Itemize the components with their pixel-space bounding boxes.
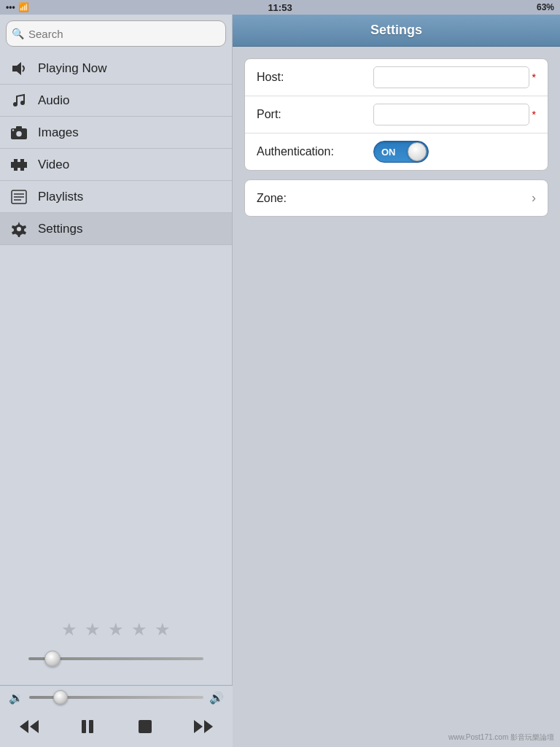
settings-title: Settings bbox=[370, 23, 422, 38]
port-input[interactable] bbox=[373, 104, 529, 125]
star-3[interactable]: ★ bbox=[108, 619, 124, 640]
volume-high-icon: 🔊 bbox=[209, 691, 224, 705]
forward-button[interactable] bbox=[187, 713, 219, 740]
settings-content: Host: * Port: * Authentication: ON bbox=[233, 47, 560, 747]
signal-icon: ••• bbox=[6, 2, 15, 12]
sidebar-item-images[interactable]: Images bbox=[0, 117, 232, 149]
zone-chevron-icon: › bbox=[532, 190, 536, 206]
search-input[interactable] bbox=[6, 20, 226, 47]
stop-button[interactable] bbox=[129, 713, 161, 740]
nav-label-playing-now: Playing Now bbox=[38, 61, 107, 76]
svg-point-19 bbox=[17, 227, 21, 231]
app-container: Playing Now Audio bbox=[0, 15, 560, 747]
star-5[interactable]: ★ bbox=[155, 619, 171, 640]
progress-row: 🔉 🔊 bbox=[0, 686, 233, 709]
toggle-on-label: ON bbox=[381, 147, 396, 158]
sidebar-item-playlists[interactable]: Playlists bbox=[0, 181, 232, 213]
svg-rect-13 bbox=[18, 168, 20, 171]
settings-group-zone: Zone: › bbox=[244, 179, 548, 217]
music-icon bbox=[9, 90, 29, 111]
svg-point-2 bbox=[20, 101, 25, 105]
svg-point-1 bbox=[13, 102, 18, 107]
sidebar-item-playing-now[interactable]: Playing Now bbox=[0, 53, 232, 85]
list-icon bbox=[9, 187, 29, 207]
host-required: * bbox=[532, 71, 536, 83]
settings-group-connection: Host: * Port: * Authentication: ON bbox=[244, 58, 548, 171]
nav-label-playlists: Playlists bbox=[38, 190, 83, 204]
settings-auth-row: Authentication: ON bbox=[245, 133, 548, 170]
nav-label-audio: Audio bbox=[38, 93, 69, 108]
nav-label-video: Video bbox=[38, 158, 69, 172]
svg-rect-22 bbox=[82, 720, 86, 733]
status-left: ••• 📶 bbox=[6, 2, 29, 12]
zone-row[interactable]: Zone: › bbox=[245, 180, 548, 216]
auth-label: Authentication: bbox=[257, 145, 373, 158]
sidebar-item-audio[interactable]: Audio bbox=[0, 85, 232, 117]
transport-area: 🔉 🔊 bbox=[0, 685, 233, 747]
settings-port-row: Port: * bbox=[245, 96, 548, 133]
svg-rect-8 bbox=[11, 159, 14, 162]
sidebar-item-settings[interactable]: Settings bbox=[0, 213, 232, 245]
host-label: Host: bbox=[257, 71, 373, 84]
status-bar: ••• 📶 11:53 63% bbox=[0, 0, 560, 15]
speaker-icon bbox=[9, 58, 29, 79]
film-icon bbox=[9, 155, 29, 175]
nav-label-images: Images bbox=[38, 125, 79, 140]
svg-rect-23 bbox=[89, 720, 93, 733]
svg-marker-0 bbox=[12, 62, 21, 75]
gear-icon bbox=[9, 219, 29, 239]
search-bar-container bbox=[0, 15, 232, 53]
transport-buttons bbox=[0, 709, 233, 747]
star-4[interactable]: ★ bbox=[131, 619, 147, 640]
toggle-knob bbox=[408, 142, 427, 161]
svg-marker-21 bbox=[30, 720, 39, 733]
right-panel: Settings Host: * Port: * Au bbox=[233, 15, 560, 747]
sidebar: Playing Now Audio bbox=[0, 15, 233, 747]
right-header: Settings bbox=[233, 15, 560, 47]
svg-rect-24 bbox=[139, 720, 152, 733]
zone-label: Zone: bbox=[257, 192, 532, 205]
svg-marker-26 bbox=[204, 720, 213, 733]
svg-rect-5 bbox=[16, 126, 22, 129]
star-2[interactable]: ★ bbox=[85, 619, 101, 640]
pause-button[interactable] bbox=[71, 713, 104, 740]
status-right: 63% bbox=[537, 2, 554, 12]
auth-toggle-container: ON bbox=[373, 141, 429, 163]
progress-slider[interactable] bbox=[29, 690, 203, 705]
sidebar-item-video[interactable]: Video bbox=[0, 149, 232, 181]
svg-rect-11 bbox=[24, 168, 27, 171]
star-1[interactable]: ★ bbox=[61, 619, 77, 640]
search-wrapper bbox=[6, 20, 226, 47]
volume-low-icon: 🔉 bbox=[9, 691, 23, 705]
svg-rect-12 bbox=[18, 159, 20, 162]
rewind-button[interactable] bbox=[13, 713, 45, 740]
camera-icon bbox=[9, 123, 29, 143]
star-rating: ★ ★ ★ ★ ★ bbox=[61, 619, 171, 640]
status-time: 11:53 bbox=[268, 2, 292, 13]
svg-marker-20 bbox=[20, 720, 28, 733]
auth-toggle[interactable]: ON bbox=[373, 141, 429, 163]
svg-rect-9 bbox=[24, 159, 27, 162]
svg-rect-10 bbox=[11, 168, 14, 171]
nav-items: Playing Now Audio bbox=[0, 53, 232, 593]
port-required: * bbox=[532, 109, 536, 120]
port-label: Port: bbox=[257, 108, 373, 121]
svg-point-6 bbox=[12, 129, 14, 131]
battery-label: 63% bbox=[537, 2, 554, 12]
svg-marker-25 bbox=[194, 720, 203, 733]
svg-point-4 bbox=[16, 131, 23, 137]
settings-host-row: Host: * bbox=[245, 59, 548, 96]
wifi-icon: 📶 bbox=[18, 2, 29, 12]
player-area: ★ ★ ★ ★ ★ bbox=[0, 593, 232, 685]
nav-label-settings: Settings bbox=[38, 222, 82, 236]
volume-slider-container bbox=[28, 650, 203, 667]
host-input[interactable] bbox=[373, 66, 529, 88]
volume-slider[interactable] bbox=[28, 650, 203, 667]
